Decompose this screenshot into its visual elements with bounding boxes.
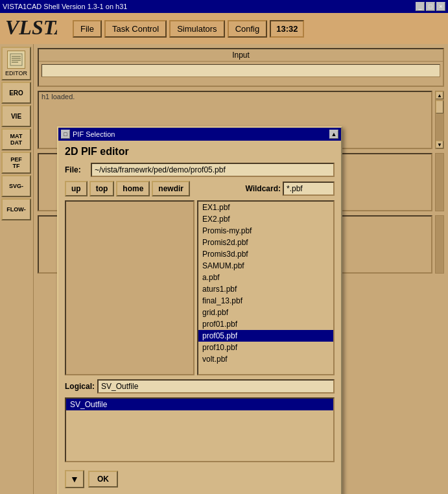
sidebar-item-mat[interactable]: MATDAT — [1, 128, 31, 150]
logical-input[interactable] — [97, 379, 335, 394]
bg-status-text: h1 loaded. — [39, 91, 77, 102]
wildcard-label: Wildcard: — [245, 184, 281, 193]
up-button[interactable]: up — [65, 181, 88, 196]
title-bar-text: VISTA1CAD Shell Version 1.3-1 on h31 — [3, 3, 416, 10]
flow-label: FLOW- — [6, 206, 25, 213]
file-list-item[interactable]: EX1.pbf — [198, 202, 333, 213]
input-panel: Input — [38, 48, 444, 87]
dialog-title-text: PIF Selection — [73, 130, 329, 138]
panels-area: h1 loaded. ▲ ▼ □ PIF Selection ▲ — [38, 91, 444, 484]
editor-label: EDITOR — [5, 70, 27, 76]
file-list-item[interactable]: SAMUM.pbf — [198, 260, 333, 272]
sidebar-item-pef[interactable]: PEFTF — [1, 152, 31, 174]
pif-selection-dialog: □ PIF Selection ▲ 2D PIF editor File: up — [57, 126, 342, 494]
close-button[interactable]: × — [436, 2, 445, 11]
sidebar-item-ero[interactable]: ERO — [1, 82, 31, 104]
sidebar: EDITOR ERO VIE MATDAT PEFTF SVG- FLOW- — [0, 44, 34, 494]
file-list-item[interactable]: prof10.pbf — [198, 342, 333, 353]
file-list-item[interactable]: a.pbf — [198, 272, 333, 283]
file-list-item[interactable]: Promis-my.pbf — [198, 225, 333, 237]
scroll-down-arrow[interactable]: ▼ — [436, 141, 443, 148]
top-button[interactable]: top — [89, 181, 115, 196]
mat-label: MATDAT — [10, 133, 23, 146]
file-list-item[interactable]: Promis2d.pbf — [198, 237, 333, 248]
editor-icon — [7, 51, 25, 69]
maximize-button[interactable]: □ — [426, 2, 435, 11]
content-area: Input h1 loaded. ▲ ▼ □ — [34, 44, 448, 494]
dialog-title-icon: □ — [61, 130, 70, 139]
simulators-menu[interactable]: Simulators — [169, 20, 224, 38]
file-list-container: EX1.pbfEX2.pbfPromis-my.pbfPromis2d.pbfP… — [65, 200, 335, 375]
file-list-left-panel — [65, 200, 195, 375]
footer-icon-button[interactable]: ▼ — [65, 470, 84, 488]
task-control-menu[interactable]: Task Control — [104, 20, 167, 38]
scrollbar-right-top[interactable]: ▲ ▼ — [435, 91, 444, 149]
dialog-title-bar[interactable]: □ PIF Selection ▲ — [58, 128, 341, 141]
logical-row: Logical: — [65, 379, 335, 394]
file-list-item[interactable]: Promis3d.pbf — [198, 248, 333, 260]
file-list-item[interactable]: grid.pbf — [198, 307, 333, 318]
sidebar-item-editor[interactable]: EDITOR — [1, 47, 31, 80]
nav-buttons-row: up top home newdir Wildcard: — [65, 181, 335, 196]
scroll-thumb[interactable] — [436, 100, 443, 113]
pef-label: PEFTF — [10, 156, 22, 169]
scroll-up-arrow[interactable]: ▲ — [436, 91, 443, 99]
input-field[interactable] — [41, 64, 440, 77]
title-bar: VISTA1CAD Shell Version 1.3-1 on h31 _ □… — [0, 0, 448, 13]
title-bar-buttons: _ □ × — [416, 2, 445, 11]
dialog-close-button[interactable]: ▲ — [329, 130, 338, 139]
file-label: File: — [65, 165, 88, 174]
minimize-button[interactable]: _ — [416, 2, 425, 11]
logical-list[interactable]: SV_Outfile — [65, 397, 335, 462]
file-list-item[interactable]: final_13.pbf — [198, 295, 333, 307]
sidebar-item-flow[interactable]: FLOW- — [1, 198, 31, 220]
file-input[interactable] — [91, 163, 335, 177]
dialog-body: 2D PIF editor File: up top home newdir W… — [58, 141, 341, 494]
main-area: EDITOR ERO VIE MATDAT PEFTF SVG- FLOW- I… — [0, 44, 448, 494]
scrollbar-right-mid[interactable] — [435, 153, 444, 211]
ero-label: ERO — [9, 89, 23, 97]
dialog-heading: 2D PIF editor — [65, 146, 335, 158]
file-list[interactable]: EX1.pbfEX2.pbfPromis-my.pbfPromis2d.pbfP… — [197, 200, 335, 375]
wildcard-input[interactable] — [283, 182, 335, 196]
file-list-item[interactable]: aturs1.pbf — [198, 283, 333, 295]
vie-label: VIE — [11, 113, 21, 120]
svg-label: SVG- — [9, 183, 23, 189]
svg-rect-1 — [10, 54, 22, 65]
logical-label: Logical: — [65, 382, 95, 391]
home-button[interactable]: home — [116, 181, 150, 196]
file-menu[interactable]: File — [73, 20, 102, 38]
file-list-item[interactable]: prof01.pbf — [198, 318, 333, 330]
config-menu[interactable]: Config — [228, 20, 268, 38]
newdir-button[interactable]: newdir — [152, 181, 190, 196]
file-list-item[interactable]: EX2.pbf — [198, 213, 333, 225]
sidebar-item-svg[interactable]: SVG- — [1, 175, 31, 197]
menu-bar: VLSTA File Task Control Simulators Confi… — [0, 13, 448, 44]
time-display: 13:32 — [270, 20, 304, 38]
file-list-item[interactable]: prof05.pbf — [198, 330, 333, 342]
logical-list-item[interactable]: SV_Outfile — [66, 399, 333, 410]
file-row: File: — [65, 163, 335, 177]
input-panel-title: Input — [39, 49, 443, 62]
dialog-footer: ▼ OK — [65, 467, 335, 491]
ok-button[interactable]: OK — [88, 471, 118, 488]
sidebar-item-vie[interactable]: VIE — [1, 105, 31, 127]
file-list-item[interactable]: volt.pbf — [198, 353, 333, 365]
scrollbar-right-bot[interactable] — [435, 215, 444, 274]
app-logo: VLSTA — [5, 15, 57, 43]
svg-text:VLSTA: VLSTA — [5, 16, 57, 38]
